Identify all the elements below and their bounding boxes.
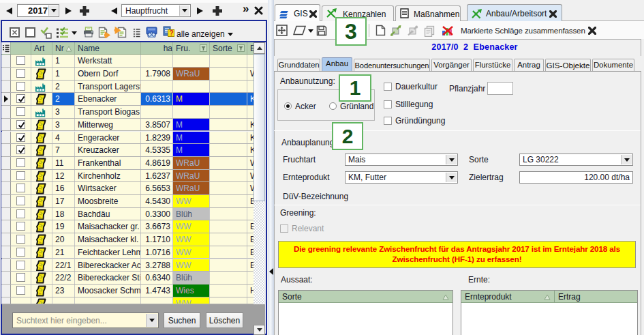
svg-text:?: ? [170,29,174,37]
